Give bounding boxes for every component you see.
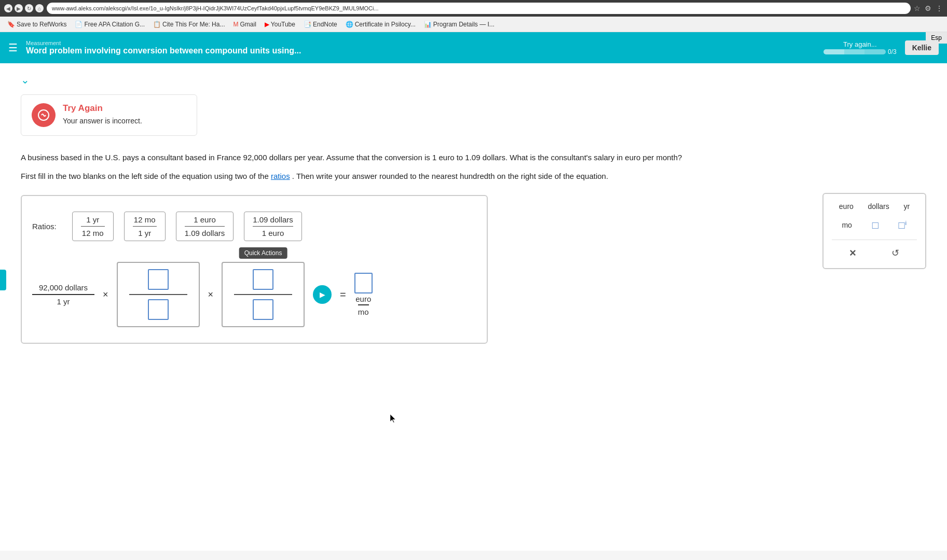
- side-panel-top: euro dollars yr: [832, 202, 917, 211]
- bookmark-endnote-label: EndNote: [313, 21, 337, 28]
- header-topic-title: Word problem involving conversion betwee…: [26, 46, 301, 55]
- ratio-1-num: 1 yr: [81, 215, 105, 227]
- side-label-dollars: dollars: [868, 202, 889, 211]
- ratio-3-den: 1.09 dollars: [185, 227, 225, 237]
- problem-instruction: First fill in the two blanks on the left…: [21, 170, 721, 183]
- bookmark-cite[interactable]: 📋 Cite This For Me: Ha...: [150, 20, 228, 29]
- ratio-3-num: 1 euro: [185, 215, 225, 227]
- bookmark-psilocy-label: Certificate in Psilocy...: [355, 21, 416, 28]
- psilocy-icon: 🌐: [346, 21, 353, 28]
- bookmark-gmail-label: Gmail: [240, 21, 256, 28]
- multiply-sign-2: ×: [208, 289, 214, 300]
- equation-container: Ratios: 1 yr 12 mo 12 mo 1 yr 1 euro 1.0…: [21, 195, 488, 344]
- ratio-2[interactable]: 12 mo 1 yr: [124, 212, 166, 241]
- side-panel: euro dollars yr mo □ □ⁱ × ↺: [822, 193, 926, 269]
- result-input-box[interactable]: [354, 273, 373, 293]
- browser-icons: ☆ ⚙ ⋮: [914, 4, 943, 12]
- aleks-header: ☰ Measurement Word problem involving con…: [0, 32, 947, 63]
- result-fraction: euro mo: [354, 273, 373, 316]
- ratio-4-num: 1.09 dollars: [253, 215, 293, 227]
- bookmark-endnote[interactable]: 📑 EndNote: [300, 20, 340, 29]
- refworks-icon: 🔖: [7, 21, 15, 28]
- program-icon: 📊: [424, 21, 432, 28]
- url-bar[interactable]: www-awd.aleks.com/alekscgi/x/Isl.exe/1o_…: [47, 3, 911, 14]
- forward-btn[interactable]: ▶: [15, 4, 23, 12]
- instruction-part2: . Then write your answer rounded to the …: [292, 172, 608, 180]
- input-box-2-den[interactable]: [253, 299, 273, 320]
- browser-controls: ◀ ▶ ↻ ⌂: [4, 4, 44, 12]
- fraction-icon-1[interactable]: □: [872, 219, 879, 231]
- side-label-yr: yr: [903, 202, 910, 211]
- progress-segment-1: [824, 49, 844, 54]
- apa-icon: 📄: [75, 21, 83, 28]
- side-panel-middle: mo □ □ⁱ: [832, 219, 917, 231]
- bookmark-cite-label: Cite This For Me: Ha...: [162, 21, 225, 28]
- fraction-icon-2[interactable]: □ⁱ: [899, 219, 907, 231]
- given-fraction: 92,000 dollars 1 yr: [32, 283, 94, 306]
- ratio-3[interactable]: 1 euro 1.09 dollars: [176, 212, 234, 241]
- input-box-1-num[interactable]: [148, 269, 169, 290]
- fraction-line-2: [234, 294, 292, 295]
- home-btn[interactable]: ⌂: [35, 4, 44, 12]
- ratio-4[interactable]: 1.09 dollars 1 euro: [244, 212, 302, 241]
- hamburger-menu[interactable]: ☰: [8, 41, 18, 54]
- bookmark-youtube-label: YouTube: [271, 21, 295, 28]
- undo-button[interactable]: ↺: [891, 247, 899, 259]
- bookmark-apa[interactable]: 📄 Free APA Citation G...: [72, 20, 148, 29]
- menu-icon[interactable]: ⋮: [936, 4, 943, 12]
- given-numerator: 92,000 dollars: [32, 283, 94, 295]
- try-again-message: Your answer is incorrect.: [63, 117, 142, 125]
- bookmark-apa-label: Free APA Citation G...: [84, 21, 145, 28]
- try-again-bar-label: Try again...: [843, 40, 877, 48]
- youtube-icon: ▶: [265, 21, 269, 28]
- header-topic-sub: Measurement: [26, 40, 301, 46]
- multiply-sign-1: ×: [103, 289, 108, 300]
- bookmark-program-label: Program Details — I...: [433, 21, 495, 28]
- ratio-2-den: 1 yr: [133, 227, 157, 237]
- endnote-icon: 📑: [304, 21, 311, 28]
- play-button[interactable]: ▶: [313, 285, 332, 304]
- try-again-text: Try Again Your answer is incorrect.: [63, 103, 142, 125]
- side-label-euro: euro: [839, 202, 854, 211]
- bookmark-psilocy[interactable]: 🌐 Certificate in Psilocy...: [342, 20, 419, 29]
- esp-button[interactable]: Esp: [926, 32, 947, 44]
- ratios-link[interactable]: ratios: [271, 172, 290, 180]
- try-again-bar: Try again... 0/3: [824, 40, 897, 55]
- input-fraction-2[interactable]: [222, 262, 305, 327]
- clear-button[interactable]: ×: [849, 246, 856, 260]
- problem-text: A business based in the U.S. pays a cons…: [21, 151, 695, 164]
- header-topic: Measurement Word problem involving conve…: [26, 40, 301, 55]
- side-panel-bottom: × ↺: [832, 240, 917, 260]
- ratio-4-den: 1 euro: [253, 227, 293, 237]
- progress-bar: [824, 49, 886, 54]
- star-icon[interactable]: ☆: [914, 4, 921, 12]
- equation-row: 92,000 dollars 1 yr × × Quick Actions: [32, 262, 471, 327]
- browser-bar: ◀ ▶ ↻ ⌂ www-awd.aleks.com/alekscgi/x/Isl…: [0, 0, 947, 17]
- ratio-1[interactable]: 1 yr 12 mo: [72, 212, 114, 241]
- left-side-tab[interactable]: [0, 270, 6, 290]
- gmail-icon: M: [233, 21, 238, 28]
- result-euro-label: euro: [355, 295, 371, 303]
- input-box-2-num[interactable]: [253, 269, 273, 290]
- refresh-btn[interactable]: ↻: [25, 4, 33, 12]
- bookmark-youtube[interactable]: ▶ YouTube: [262, 20, 298, 29]
- extensions-icon[interactable]: ⚙: [925, 4, 931, 12]
- collapse-chevron[interactable]: ⌄: [21, 74, 926, 86]
- bookmark-refworks-label: Save to RefWorks: [17, 21, 66, 28]
- bookmark-program[interactable]: 📊 Program Details — I...: [421, 20, 498, 29]
- bookmark-gmail[interactable]: M Gmail: [230, 20, 259, 29]
- instruction-part1: First fill in the two blanks on the left…: [21, 172, 269, 180]
- ratios-row: Ratios: 1 yr 12 mo 12 mo 1 yr 1 euro 1.0…: [32, 212, 471, 241]
- input-fraction-2-wrapper: Quick Actions: [222, 262, 305, 327]
- input-box-1-den[interactable]: [148, 299, 169, 320]
- result-denominator: mo: [358, 304, 369, 316]
- bookmarks-bar: 🔖 Save to RefWorks 📄 Free APA Citation G…: [0, 17, 947, 32]
- quick-actions-tooltip: Quick Actions: [239, 247, 287, 259]
- progress-segment-3: [864, 49, 886, 54]
- bookmark-refworks[interactable]: 🔖 Save to RefWorks: [4, 20, 70, 29]
- input-fraction-1[interactable]: [117, 262, 200, 327]
- progress-segment-2: [844, 49, 865, 54]
- ratio-2-num: 12 mo: [133, 215, 157, 227]
- try-again-feedback-box: Try Again Your answer is incorrect.: [21, 94, 197, 136]
- back-btn[interactable]: ◀: [4, 4, 12, 12]
